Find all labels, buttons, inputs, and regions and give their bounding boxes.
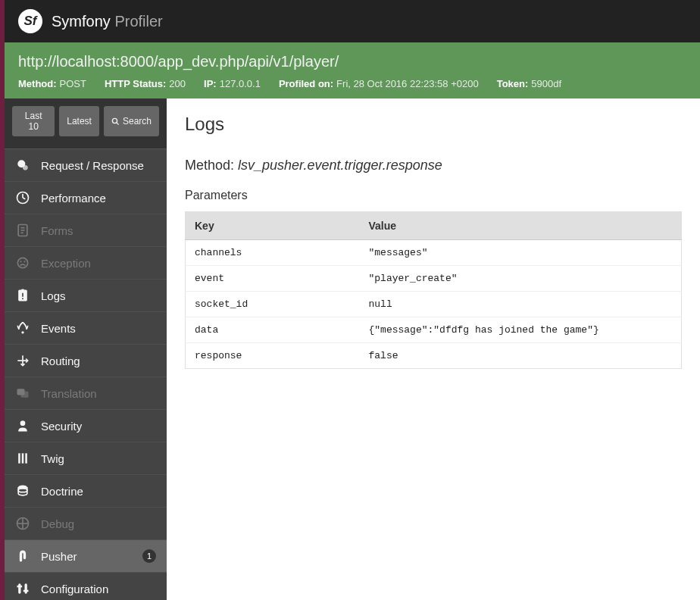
speech-bubbles-icon	[15, 386, 30, 401]
param-key: event	[186, 266, 360, 292]
param-value: false	[360, 343, 682, 369]
sidebar-item-performance[interactable]: Performance	[5, 182, 167, 214]
search-button[interactable]: Search	[104, 106, 159, 136]
summary-method: Method:POST	[18, 78, 86, 89]
table-row: responsefalse	[186, 343, 682, 369]
sad-face-icon	[15, 255, 30, 270]
svg-rect-34	[17, 586, 23, 588]
svg-point-3	[23, 165, 28, 170]
app-subtitle: Profiler	[114, 13, 162, 30]
sidebar-item-label: Translation	[41, 387, 97, 400]
sidebar-item-label: Security	[41, 420, 82, 433]
log-method-label: Method:	[185, 158, 234, 173]
param-value: null	[360, 292, 682, 317]
latest-button[interactable]: Latest	[59, 106, 99, 136]
symfony-logo-icon: Sf	[18, 9, 42, 33]
sidebar-item-pusher[interactable]: Pusher1	[5, 540, 167, 573]
pusher-icon	[15, 548, 30, 564]
svg-point-28	[18, 489, 27, 492]
table-row: channels"messages"	[186, 240, 682, 266]
summary-profiled: Profiled on:Fri, 28 Oct 2016 22:23:58 +0…	[279, 78, 479, 89]
sidebar-shortcuts: Last 10 Latest Search	[5, 98, 167, 149]
svg-rect-15	[21, 289, 23, 292]
log-method-line: Method: lsv_pusher.event.trigger.respons…	[185, 158, 682, 173]
exclamation-file-icon	[15, 288, 30, 303]
svg-point-12	[20, 261, 21, 262]
param-value: {"message":"dfdfg has joined the game"}	[360, 317, 682, 343]
param-key: socket_id	[186, 292, 360, 317]
param-key: data	[186, 317, 360, 343]
col-value: Value	[360, 212, 682, 240]
svg-rect-33	[25, 583, 27, 593]
sidebar-item-exception[interactable]: Exception	[5, 247, 167, 280]
table-row: event"player_create"	[186, 266, 682, 292]
token-label: Token:	[497, 78, 529, 89]
method-label: Method:	[18, 78, 57, 89]
sidebar-item-label: Events	[41, 322, 76, 335]
log-method-name: lsv_pusher.event.trigger.response	[238, 158, 442, 173]
app-name: Symfony	[52, 13, 111, 30]
table-row: data{"message":"dfdfg has joined the gam…	[186, 317, 682, 343]
sidebar-item-label: Exception	[41, 257, 91, 270]
sidebar-item-security[interactable]: Security	[5, 410, 167, 442]
main-content: Logs Method: lsv_pusher.event.trigger.re…	[167, 98, 700, 600]
last10-button[interactable]: Last 10	[12, 106, 55, 136]
broadcast-icon	[15, 320, 30, 336]
table-row: socket_idnull	[186, 292, 682, 317]
svg-rect-26	[25, 453, 27, 463]
request-url[interactable]: http://localhost:8000/app_dev.php/api/v1…	[18, 53, 686, 70]
status-value: 200	[169, 78, 186, 89]
sidebar-item-label: Logs	[41, 289, 66, 302]
sidebar-item-logs[interactable]: Logs	[5, 280, 167, 312]
svg-rect-22	[21, 392, 29, 398]
sidebar-item-twig[interactable]: Twig	[5, 442, 167, 475]
col-key: Key	[186, 212, 360, 240]
clipboard-icon	[15, 223, 30, 238]
sidebar-item-routing[interactable]: Routing	[5, 345, 167, 377]
sidebar-item-label: Twig	[41, 452, 64, 465]
svg-rect-32	[18, 583, 20, 593]
ip-label: IP:	[204, 78, 217, 89]
sidebar-item-badge: 1	[142, 549, 156, 563]
sidebar-item-label: Pusher	[41, 550, 77, 563]
database-icon	[15, 483, 30, 498]
sidebar-item-label: Request / Response	[41, 159, 144, 172]
sidebar-item-label: Forms	[41, 224, 73, 237]
clock-icon	[15, 190, 30, 205]
sidebar-item-doctrine[interactable]: Doctrine	[5, 475, 167, 508]
app-title: Symfony Profiler	[52, 13, 163, 30]
app-header: Sf Symfony Profiler	[0, 0, 700, 42]
svg-point-13	[23, 261, 25, 262]
arrows-icon	[15, 353, 30, 368]
sidebar-item-label: Debug	[41, 517, 74, 530]
sliders-icon	[15, 581, 30, 596]
user-icon	[15, 418, 30, 433]
ip-value[interactable]: 127.0.0.1	[220, 78, 261, 89]
svg-rect-35	[23, 590, 29, 592]
status-label: HTTP Status:	[105, 78, 166, 89]
token-value[interactable]: 5900df	[531, 78, 561, 89]
request-icon	[15, 158, 30, 173]
target-icon	[15, 516, 30, 531]
sidebar-item-debug[interactable]: Debug	[5, 508, 167, 540]
sidebar-item-label: Performance	[41, 192, 106, 205]
param-value: "player_create"	[360, 266, 682, 292]
summary-ip: IP:127.0.0.1	[204, 78, 261, 89]
summary-status: HTTP Status:200	[105, 78, 186, 89]
search-icon	[111, 117, 120, 126]
page-title: Logs	[185, 114, 682, 135]
svg-line-6	[23, 198, 25, 199]
summary-token: Token:5900df	[497, 78, 561, 89]
param-key: channels	[186, 240, 360, 266]
search-label: Search	[123, 116, 152, 127]
param-value: "messages"	[360, 240, 682, 266]
sidebar-item-label: Configuration	[41, 583, 108, 595]
sidebar-item-request-response[interactable]: Request / Response	[5, 149, 167, 182]
sidebar-item-translation[interactable]: Translation	[5, 377, 167, 410]
sidebar-item-events[interactable]: Events	[5, 312, 167, 345]
svg-point-0	[112, 118, 117, 123]
sidebar-item-configuration[interactable]: Configuration	[5, 573, 167, 600]
parameters-heading: Parameters	[185, 189, 682, 202]
svg-point-23	[20, 420, 26, 426]
sidebar-item-forms[interactable]: Forms	[5, 214, 167, 247]
